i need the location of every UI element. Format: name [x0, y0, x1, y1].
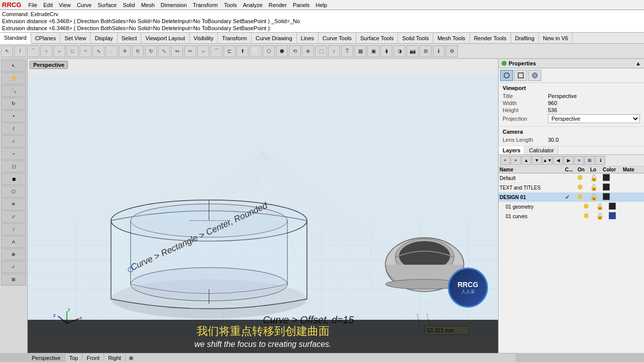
tool-text[interactable]: T: [341, 45, 353, 57]
tool-render-preview[interactable]: ◑: [393, 45, 406, 57]
left-tool-solid[interactable]: ◼: [1, 173, 26, 185]
tool-polyline[interactable]: ⌒: [27, 45, 39, 57]
layers-tab-calculator[interactable]: Calculator: [525, 146, 558, 154]
menu-dimension[interactable]: Dimension: [157, 2, 190, 8]
layer-row-curves[interactable]: 01 curves 🔓: [499, 212, 644, 221]
tool-freeform[interactable]: ∿: [93, 45, 105, 57]
tool-shell[interactable]: ⬚: [315, 45, 327, 57]
prop-icon-object[interactable]: [500, 70, 513, 81]
tool-hatch[interactable]: ▦: [354, 45, 366, 57]
tool-curve[interactable]: ~: [79, 45, 92, 57]
tool-circle[interactable]: ○: [40, 45, 52, 57]
viewport-tab-perspective[interactable]: Perspective: [28, 353, 65, 362]
left-tool-select[interactable]: ↖: [1, 60, 26, 72]
menu-edit[interactable]: Edit: [40, 2, 56, 8]
layers-options-btn[interactable]: ≡: [574, 156, 584, 165]
layers-left-btn[interactable]: ◀: [553, 156, 563, 165]
tool-line[interactable]: /: [14, 45, 26, 57]
tab-solid-tools[interactable]: Solid Tools: [398, 33, 433, 44]
layer-row-design01[interactable]: DESIGN 01 ✓ 🔓: [499, 193, 644, 202]
properties-expand[interactable]: ▲: [635, 60, 641, 66]
layers-add-btn[interactable]: +: [500, 156, 510, 165]
menu-mesh[interactable]: Mesh: [138, 2, 157, 8]
left-tool-rotate3d[interactable]: ↻: [1, 98, 26, 110]
left-tool-surface[interactable]: ◻: [1, 160, 26, 172]
tool-group[interactable]: ▣: [367, 45, 379, 57]
tool-boolean[interactable]: ⊕: [302, 45, 314, 57]
tool-camera[interactable]: 📷: [407, 45, 419, 57]
menu-tools[interactable]: Tools: [221, 2, 240, 8]
layers-right-btn[interactable]: ▶: [564, 156, 574, 165]
tool-copy[interactable]: ⎘: [132, 45, 144, 57]
tool-surface[interactable]: ⬜: [250, 45, 262, 57]
command-area[interactable]: Command: ExtrudeCrv Extrusion distance <…: [0, 10, 644, 33]
viewport-tab-front[interactable]: Front: [83, 353, 104, 362]
left-tool-circle[interactable]: ○: [1, 135, 26, 147]
tool-properties[interactable]: ℹ: [433, 45, 445, 57]
tool-arc[interactable]: ⌣: [53, 45, 65, 57]
left-tool-point[interactable]: •: [1, 110, 26, 122]
tool-select[interactable]: ↖: [1, 45, 13, 57]
layers-delete-btn[interactable]: ×: [511, 156, 521, 165]
layers-move-up-btn[interactable]: ▲: [521, 156, 531, 165]
tool-rotate[interactable]: ↻: [145, 45, 157, 57]
left-tool-zoom[interactable]: 🔍: [1, 85, 26, 97]
layers-tab-layers[interactable]: Layers: [499, 146, 525, 154]
viewport-area[interactable]: Curve > Rectangle > Center, Rounded Curv…: [28, 59, 498, 353]
left-tool-line[interactable]: /: [1, 123, 26, 135]
tab-setview[interactable]: Set View: [60, 33, 91, 44]
tool-move[interactable]: ✛: [119, 45, 131, 57]
tool-settings[interactable]: ⚙: [446, 45, 458, 57]
tab-display[interactable]: Display: [91, 33, 117, 44]
tool-layer[interactable]: ⊞: [420, 45, 432, 57]
tab-new-v6[interactable]: New in V6: [539, 33, 573, 44]
layer-row-default[interactable]: Default 🔓: [499, 173, 644, 183]
viewport-tab-right[interactable]: Right: [104, 353, 126, 362]
tool-loft[interactable]: ⬡: [263, 45, 275, 57]
tool-mirror[interactable]: ⇔: [171, 45, 183, 57]
tool-point[interactable]: ·: [106, 45, 118, 57]
menu-analyze[interactable]: Analyze: [240, 2, 266, 8]
menu-file[interactable]: File: [25, 2, 40, 8]
left-tool-check[interactable]: ✓: [1, 261, 26, 273]
menu-view[interactable]: View: [56, 2, 74, 8]
tab-curve-tools[interactable]: Curve Tools: [318, 33, 356, 44]
tab-cplanes[interactable]: CPlanes: [31, 33, 61, 44]
left-tool-dim[interactable]: ↕: [1, 223, 26, 235]
tool-trim[interactable]: ✂: [184, 45, 196, 57]
tool-revolve[interactable]: ⟲: [289, 45, 301, 57]
tab-visibility[interactable]: Visibility: [190, 33, 218, 44]
left-tool-mesh[interactable]: ⬡: [1, 186, 26, 198]
prop-icon-material[interactable]: [528, 70, 541, 81]
tab-lines[interactable]: Lines: [297, 33, 318, 44]
menu-solid[interactable]: Solid: [120, 2, 138, 8]
tab-drafting[interactable]: Drafting: [511, 33, 539, 44]
tab-standard[interactable]: Standard: [0, 33, 31, 44]
viewport-tab-add[interactable]: ⊕: [126, 353, 136, 362]
menu-help[interactable]: Help: [313, 2, 331, 8]
tab-surface-tools[interactable]: Surface Tools: [356, 33, 398, 44]
layers-search-btn[interactable]: ⊞: [585, 156, 595, 165]
tab-curve-drawing[interactable]: Curve Drawing: [252, 33, 297, 44]
tab-mesh-tools[interactable]: Mesh Tools: [433, 33, 469, 44]
menu-surface[interactable]: Surface: [95, 2, 120, 8]
viewport-tab-top[interactable]: Top: [65, 353, 83, 362]
tool-dim[interactable]: ↕: [328, 45, 340, 57]
menu-curve[interactable]: Curve: [74, 2, 95, 8]
layers-info-btn[interactable]: ℹ: [595, 156, 605, 165]
left-tool-text[interactable]: A: [1, 236, 26, 248]
menu-panels[interactable]: Panels: [290, 2, 313, 8]
left-tool-snap[interactable]: ⊕: [1, 248, 26, 260]
left-tool-move[interactable]: ✛: [1, 198, 26, 210]
tool-rect[interactable]: □: [66, 45, 78, 57]
layers-move-down-btn[interactable]: ▼: [532, 156, 542, 165]
layer-row-geometry[interactable]: 01 geometry 🔓: [499, 202, 644, 212]
layer-row-text-titles[interactable]: TEXT and TITLES 🔓: [499, 183, 644, 193]
tool-extrude[interactable]: ⬆: [236, 45, 249, 57]
tool-offset[interactable]: ⊏: [223, 45, 235, 57]
left-tool-transform[interactable]: ⤢: [1, 211, 26, 223]
menu-render[interactable]: Render: [266, 2, 290, 8]
tab-render-tools[interactable]: Render Tools: [470, 33, 511, 44]
tool-extend[interactable]: ↔: [197, 45, 209, 57]
tab-select[interactable]: Select: [118, 33, 142, 44]
